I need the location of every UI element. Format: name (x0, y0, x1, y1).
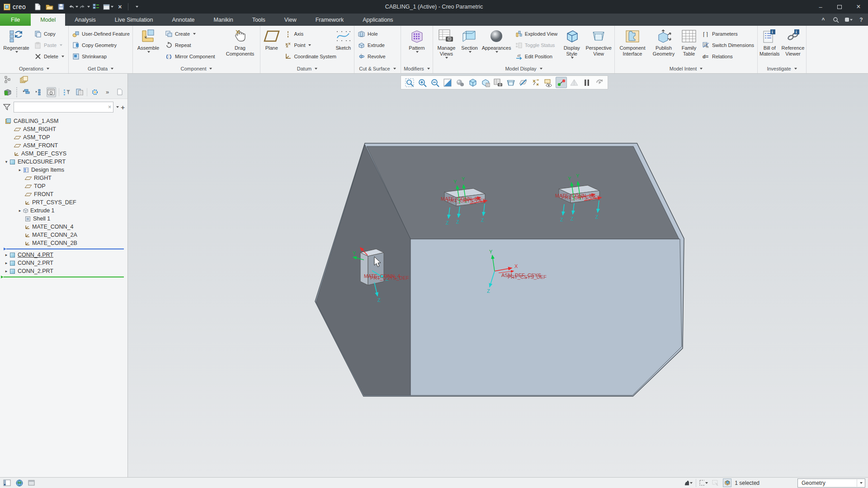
tree-item[interactable]: MATE_CONN_4 (0, 223, 127, 231)
tree-settings-list-icon[interactable] (75, 87, 85, 97)
dragger-toggle-icon[interactable] (556, 77, 567, 88)
tree-item-root[interactable]: CABLING_1.ASM (0, 117, 127, 125)
tab-tools[interactable]: Tools (243, 14, 275, 26)
display-style-toolbar-icon[interactable] (467, 77, 478, 88)
expander-closed-icon[interactable]: ▸ (4, 269, 9, 273)
tree-item[interactable]: MATE_CONN_2B (0, 239, 127, 247)
tree-item-enclosure[interactable]: ▾ENCLOSURE.PRT (0, 158, 127, 166)
tab-analysis[interactable]: Analysis (65, 14, 105, 26)
enclosure-back-face[interactable] (367, 146, 679, 239)
toggle-status-button[interactable]: Toggle Status (513, 41, 560, 50)
collapse-items-icon[interactable] (34, 87, 44, 97)
appearances-button[interactable]: Appearances (481, 27, 512, 64)
group-operations[interactable]: Operations (0, 64, 68, 73)
repeat-button[interactable]: Repeat (163, 41, 221, 50)
pattern-button[interactable]: Pattern (403, 27, 430, 64)
group-component[interactable]: Component (133, 64, 260, 73)
shading-spheres-icon[interactable] (454, 77, 466, 88)
tab-framework[interactable]: Framework (306, 14, 354, 26)
tree-structure-icon[interactable] (3, 75, 13, 84)
family-table-button[interactable]: Family Table (679, 27, 699, 64)
pause-icon[interactable] (581, 77, 592, 88)
select-box-icon[interactable] (699, 479, 708, 487)
shrinkwrap-button[interactable]: Shrinkwrap (70, 52, 132, 61)
customize-quick-access-button[interactable] (131, 2, 142, 12)
point-button[interactable]: Point (282, 41, 333, 50)
drag-handle[interactable] (16, 87, 18, 97)
extrude-button[interactable]: Extrude (356, 41, 399, 50)
perspective-view-button[interactable]: Perspective View (584, 27, 613, 64)
spin-center-icon[interactable] (543, 77, 554, 88)
perspective-toolbar-icon[interactable] (505, 77, 516, 88)
tree-item[interactable]: Shell 1 (0, 215, 127, 223)
save-button[interactable] (56, 2, 66, 12)
insert-here-locator[interactable] (4, 277, 124, 277)
regenerate-quick-button[interactable] (91, 2, 102, 12)
sketch-button[interactable]: Sketch (334, 27, 353, 64)
minimize-ribbon-icon[interactable]: ^ (819, 16, 827, 24)
expand-items-icon[interactable] (22, 87, 32, 97)
annotation-display-icon[interactable] (530, 77, 542, 88)
tree-item-conn2a[interactable]: ▸CONN_2.PRT (0, 259, 127, 267)
minimize-button[interactable]: – (811, 0, 830, 14)
tab-model[interactable]: Model (31, 14, 65, 26)
copy-button[interactable]: Copy (32, 29, 66, 38)
selected-item-icon[interactable] (723, 479, 731, 487)
window-switch-button[interactable] (103, 2, 113, 12)
coordinate-system-button[interactable]: Coordinate System (282, 52, 333, 61)
expander-open-icon[interactable]: ▾ (4, 160, 9, 164)
cascade-windows-icon[interactable] (19, 75, 29, 84)
settings-gear-icon[interactable] (90, 87, 100, 97)
group-modifiers[interactable]: Modifiers (401, 64, 433, 73)
relations-button[interactable]: d=Relations (700, 52, 755, 61)
expander-closed-icon[interactable]: ▸ (17, 208, 23, 213)
tab-file[interactable]: File (0, 14, 31, 26)
zoom-out-icon[interactable] (429, 77, 440, 88)
model-3d-view[interactable]: Y Y Z Z Z MATE_CONN_2A PRT_CSYS_DEF (128, 74, 868, 477)
open-button[interactable] (44, 2, 55, 12)
overflow-icon[interactable]: » (103, 87, 113, 97)
hole-button[interactable]: Hole (356, 29, 399, 38)
revolve-button[interactable]: Revolve (356, 52, 399, 61)
switch-dimensions-button[interactable]: 15fxSwitch Dimensions (700, 41, 755, 50)
expander-closed-icon[interactable]: ▸ (4, 253, 9, 257)
regenerate-button[interactable]: Regenerate (1, 27, 31, 64)
tab-applications[interactable]: Applications (353, 14, 402, 26)
datum-display-filters-icon[interactable] (518, 77, 529, 88)
publish-geometry-button[interactable]: Publish Geometry (650, 27, 678, 64)
tree-item[interactable]: ▸Extrude 1 (0, 206, 127, 215)
navigator-toggle-icon[interactable] (3, 479, 11, 487)
zoom-fit-icon[interactable] (404, 77, 415, 88)
accessory-window-icon[interactable] (27, 479, 36, 487)
reference-viewer-button[interactable]: i Reference Viewer (781, 27, 805, 64)
tree-item[interactable]: ASM_DEF_CSYS (0, 150, 127, 158)
bill-of-materials-button[interactable]: i Bill of Materials (759, 27, 780, 64)
manage-views-button[interactable]: Manage Views (434, 27, 458, 64)
tab-manikin[interactable]: Manikin (204, 14, 243, 26)
close-window-button[interactable]: × (114, 2, 125, 12)
tree-page-icon[interactable] (115, 87, 125, 97)
exploded-view-button[interactable]: Exploded View (513, 29, 560, 38)
add-filter-icon[interactable]: + (121, 103, 125, 111)
plane-button[interactable]: Plane (262, 27, 281, 64)
group-model-intent[interactable]: Model Intent (615, 64, 757, 73)
tree-item[interactable]: MATE_CONN_2A (0, 231, 127, 239)
group-get-data[interactable]: Get Data (69, 64, 132, 73)
tree-item[interactable]: ASM_TOP (0, 133, 127, 141)
undo-button[interactable] (67, 2, 78, 12)
mirror-component-button[interactable]: Mirror Component (163, 52, 221, 61)
search-options-dropdown-icon[interactable] (116, 106, 119, 108)
tab-view[interactable]: View (275, 14, 306, 26)
delete-button[interactable]: Delete (32, 52, 66, 61)
group-model-display[interactable]: Model Display (433, 64, 614, 73)
help-icon[interactable]: ? (857, 16, 865, 24)
copy-geometry-button[interactable]: Copy Geometry (70, 41, 132, 50)
display-style-button[interactable]: Display Style (560, 27, 583, 64)
redo-button[interactable] (79, 2, 90, 12)
section-button[interactable]: Section (459, 27, 480, 64)
tree-item[interactable]: RIGHT (0, 174, 127, 182)
maximize-button[interactable] (830, 0, 849, 14)
tree-filter-icon[interactable] (62, 87, 72, 97)
geometry-preview-icon[interactable] (568, 77, 580, 88)
tab-live-simulation[interactable]: Live Simulation (105, 14, 163, 26)
